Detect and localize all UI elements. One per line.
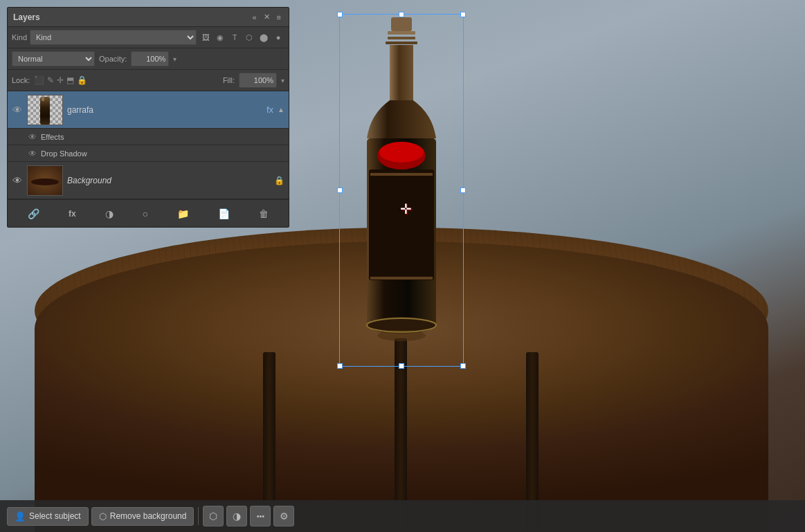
blend-row: Normal Multiply Screen Overlay Opacity: … (8, 48, 289, 70)
delete-layer-icon[interactable]: 🗑 (255, 206, 272, 221)
panel-controls: « ✕ ≡ (250, 12, 283, 22)
panel-close-btn[interactable]: ✕ (262, 12, 272, 22)
effect-name-drop-shadow: Drop Shadow (41, 149, 87, 158)
layer-mask-icon[interactable]: ○ (139, 206, 152, 221)
more-options-btn[interactable]: ••• (250, 506, 271, 526)
handle-bottom-right[interactable] (460, 363, 466, 369)
fill-arrow[interactable]: ▾ (281, 77, 284, 84)
remove-bg-label: Remove background (110, 511, 187, 521)
fill-input[interactable] (239, 73, 277, 88)
lock-pixels-icon[interactable]: ⬛ (34, 75, 44, 85)
panel-bottom-toolbar: 🔗 fx ◑ ○ 📁 📄 🗑 (8, 199, 289, 227)
filter-image-icon[interactable]: 🖼 (199, 31, 212, 44)
filter-row: Kind Kind 🖼 ◉ T ⬡ ⬤ ● (8, 27, 289, 48)
select-subject-button[interactable]: 👤 Select subject (7, 507, 89, 526)
select-subject-icon: 👤 (15, 511, 26, 522)
group-layers-icon[interactable]: 📁 (174, 206, 192, 221)
filter-adjustment-icon[interactable]: ⬤ (257, 31, 270, 44)
layer-visibility-garrafa[interactable]: 👁 (12, 104, 23, 116)
layer-expand-icon[interactable]: ▲ (278, 106, 284, 113)
layers-panel: Layers « ✕ ≡ Kind Kind 🖼 ◉ T ⬡ ⬤ ● Norma… (7, 7, 289, 228)
effect-eye-effects[interactable]: 👁 (28, 132, 37, 142)
svg-rect-10 (370, 173, 433, 176)
lock-all-icon[interactable]: ⬒ (66, 75, 74, 85)
layer-thumb-background (27, 165, 63, 196)
blend-mode-dropdown[interactable]: Normal Multiply Screen Overlay (12, 51, 95, 66)
handle-top-left[interactable] (337, 12, 343, 17)
filter-btn[interactable]: ◑ (226, 506, 247, 526)
lock-row: Lock: ⬛ ✎ ✛ ⬒ 🔒 Fill: ▾ (8, 70, 289, 91)
effect-item-effects: 👁 Effects (8, 129, 289, 145)
svg-rect-0 (391, 17, 412, 31)
filter-dot-icon[interactable]: ● (272, 31, 284, 44)
effect-item-drop-shadow: 👁 Drop Shadow (8, 145, 289, 162)
select-subject-label: Select subject (29, 511, 81, 521)
opacity-label: Opacity: (99, 55, 127, 63)
handle-middle-right[interactable] (460, 187, 466, 193)
handle-bottom-center[interactable] (399, 363, 404, 369)
remove-background-button[interactable]: ⬡ Remove background (91, 507, 195, 526)
svg-rect-1 (388, 31, 415, 35)
panel-menu-btn[interactable]: ≡ (275, 12, 283, 22)
filter-kind-label: Kind (12, 33, 27, 42)
handle-top-right[interactable] (460, 12, 466, 17)
svg-rect-5 (390, 45, 413, 100)
panel-collapse-btn[interactable]: « (250, 12, 258, 22)
filter-kind-dropdown[interactable]: Kind (30, 30, 197, 45)
bottle-thumb-inner (40, 97, 50, 125)
layer-item-garrafa[interactable]: 👁 garrafa fx ▲ (8, 91, 289, 129)
handle-middle-left[interactable] (337, 187, 343, 193)
filter-text-icon[interactable]: T (228, 31, 241, 44)
panel-titlebar: Layers « ✕ ≡ (8, 8, 289, 27)
bottle-svg (343, 17, 460, 363)
lock-icons-group: ⬛ ✎ ✛ ⬒ 🔒 (34, 75, 87, 85)
lock-label: Lock: (12, 76, 30, 84)
svg-point-8 (379, 142, 424, 163)
lock-icon-background: 🔒 (274, 176, 284, 185)
new-layer-icon[interactable]: 📄 (215, 206, 233, 221)
layer-visibility-background[interactable]: 👁 (12, 175, 23, 186)
layer-item-background[interactable]: 👁 Background 🔒 (8, 162, 289, 199)
lock-pad-icon[interactable]: 🔒 (77, 75, 87, 85)
svg-rect-2 (388, 37, 415, 39)
layer-name-garrafa: garrafa (67, 105, 262, 115)
layer-name-background: Background (67, 176, 270, 185)
fx-icon-garrafa[interactable]: fx (266, 104, 273, 115)
svg-rect-3 (386, 42, 417, 44)
effect-eye-drop-shadow[interactable]: 👁 (28, 149, 37, 158)
separator-1 (198, 507, 199, 525)
lock-artboard-icon[interactable]: ✛ (57, 75, 64, 85)
filter-shape-icon[interactable]: ⬡ (243, 31, 255, 44)
svg-rect-11 (370, 277, 433, 279)
fx-button[interactable]: fx (65, 207, 80, 221)
opacity-arrow[interactable]: ▾ (173, 55, 177, 63)
settings-btn[interactable]: ⚙ (273, 506, 294, 526)
filter-icons-group: 🖼 ◉ T ⬡ ⬤ ● (199, 31, 284, 44)
remove-bg-icon: ⬡ (99, 511, 107, 522)
layer-list: 👁 garrafa fx ▲ 👁 Effects 👁 Drop Shadow 👁… (8, 91, 289, 199)
opacity-input[interactable] (131, 51, 169, 66)
lock-position-icon[interactable]: ✎ (47, 75, 54, 85)
new-fill-adjustment-icon[interactable]: ◑ (102, 206, 117, 221)
fill-label: Fill: (223, 76, 235, 84)
svg-rect-9 (369, 169, 434, 280)
bottom-bar: 👤 Select subject ⬡ Remove background ⬡ ◑… (0, 500, 805, 532)
handle-top-center[interactable] (399, 12, 404, 17)
effect-name-effects: Effects (41, 133, 64, 141)
link-layers-icon[interactable]: 🔗 (24, 206, 43, 221)
filter-gradient-icon[interactable]: ◉ (214, 31, 226, 44)
bottle-container[interactable]: ✛ (339, 14, 471, 374)
layer-thumb-garrafa (27, 95, 63, 125)
refine-edge-btn[interactable]: ⬡ (203, 506, 224, 526)
panel-title: Layers (13, 12, 40, 22)
